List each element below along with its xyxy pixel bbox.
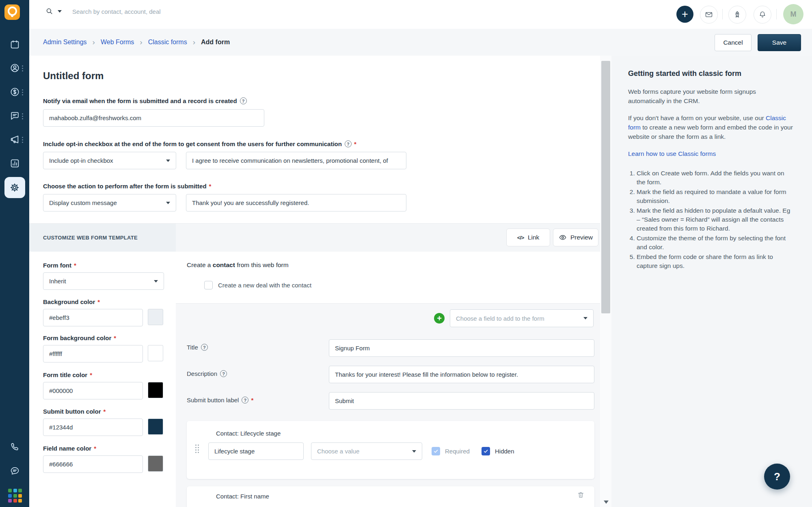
drag-handle-icon[interactable] xyxy=(195,444,199,453)
gear-icon xyxy=(10,183,19,192)
form-background-color-input[interactable] xyxy=(43,345,143,362)
sidebar-item-conversations[interactable] xyxy=(10,111,20,121)
notifications-button[interactable] xyxy=(754,6,771,24)
user-avatar[interactable]: M xyxy=(783,4,803,24)
submit-button-color-swatch[interactable] xyxy=(148,419,163,435)
quick-add-button[interactable]: + xyxy=(676,6,693,23)
sidebar-item-contacts[interactable] xyxy=(10,63,20,73)
sidebar-item-deals[interactable] xyxy=(10,87,20,97)
title-row-label: Title xyxy=(187,344,208,351)
title-input[interactable] xyxy=(329,339,594,357)
chevron-right-icon xyxy=(140,38,142,47)
campaigns-menu-kebab-icon[interactable] xyxy=(22,137,23,143)
required-checkbox[interactable] xyxy=(432,447,440,455)
scrollbar-thumb[interactable] xyxy=(601,61,610,313)
delete-field-button[interactable] xyxy=(577,491,585,499)
add-field-plus-icon[interactable]: + xyxy=(434,313,445,324)
topbar-divider xyxy=(776,9,777,19)
help-fab-button[interactable]: ? xyxy=(764,464,790,490)
help-tooltip-icon[interactable] xyxy=(345,140,352,147)
check-icon xyxy=(433,449,439,454)
trash-icon xyxy=(577,491,585,499)
sidebar-item-calendar[interactable] xyxy=(10,39,20,50)
optin-select[interactable]: Include opt-in checkbox xyxy=(43,152,176,169)
phone-icon xyxy=(10,442,20,452)
form-font-select[interactable]: Inherit xyxy=(43,272,164,290)
submit-button-color-input[interactable] xyxy=(43,419,143,436)
link-button[interactable]: </> Link xyxy=(506,229,550,246)
required-asterisk xyxy=(95,298,100,305)
help-tooltip-icon[interactable] xyxy=(240,97,247,104)
breadcrumb-admin-settings[interactable]: Admin Settings xyxy=(43,39,87,46)
description-row-label: Description xyxy=(187,370,227,377)
optin-label: Include opt-in checkbox at the end of th… xyxy=(43,140,356,147)
submit-label-input[interactable] xyxy=(329,392,594,410)
deals-dollar-icon xyxy=(10,87,20,97)
chat-bubble-icon xyxy=(10,466,20,476)
search-scope-caret-icon[interactable] xyxy=(58,10,62,13)
whats-new-button[interactable] xyxy=(728,6,746,24)
contacts-menu-kebab-icon[interactable] xyxy=(22,65,23,71)
breadcrumb-bar: Admin Settings Web Forms Classic forms A… xyxy=(29,29,812,56)
field-name-input[interactable] xyxy=(208,442,304,460)
notify-email-input[interactable] xyxy=(43,109,264,127)
submit-button-color-label: Submit button color xyxy=(43,408,106,415)
field-name-color-input[interactable] xyxy=(43,455,143,473)
help-tooltip-icon[interactable] xyxy=(242,397,248,403)
hidden-checkbox[interactable] xyxy=(482,447,490,455)
add-field-select[interactable]: Choose a field to add to the form xyxy=(450,309,594,327)
form-background-color-swatch[interactable] xyxy=(148,345,163,361)
search-input[interactable] xyxy=(71,8,244,15)
help-step: Mark the field as hidden to populate a d… xyxy=(637,206,793,233)
app-window: + M Admin Settings Web Forms Classic for… xyxy=(0,0,812,507)
chevron-down-icon xyxy=(412,450,416,453)
background-color-input[interactable] xyxy=(43,309,143,326)
sidebar-item-chat[interactable] xyxy=(10,466,20,476)
topbar-divider xyxy=(722,9,723,19)
cancel-button[interactable]: Cancel xyxy=(715,34,752,51)
save-button[interactable]: Save xyxy=(758,34,801,51)
freshworks-logo[interactable] xyxy=(4,4,20,20)
description-input[interactable] xyxy=(329,366,594,383)
sidebar-item-analytics[interactable] xyxy=(10,158,20,168)
optin-text-input[interactable] xyxy=(186,152,406,169)
sidebar-item-phone[interactable] xyxy=(10,442,20,452)
form-builder: Create a contact from this web form Crea… xyxy=(176,252,600,507)
field-value-select[interactable]: Choose a value xyxy=(311,442,422,460)
field-name-color-swatch[interactable] xyxy=(148,455,163,472)
help-tooltip-icon[interactable] xyxy=(201,344,208,351)
help-tooltip-icon[interactable] xyxy=(220,370,227,377)
field-card-title: Contact: Lifecycle stage xyxy=(216,430,281,437)
logo-dot-icon xyxy=(11,15,13,17)
code-icon: </> xyxy=(517,235,524,241)
learn-classic-forms-link[interactable]: Learn how to use Classic forms xyxy=(628,150,716,157)
main-scrollbar[interactable] xyxy=(600,56,611,507)
required-asterisk xyxy=(101,408,106,415)
create-contact-heading: Create a contact from this web form xyxy=(187,261,289,269)
scroll-down-arrow-icon[interactable] xyxy=(604,501,609,504)
search-icon[interactable] xyxy=(45,7,54,15)
breadcrumb-web-forms[interactable]: Web Forms xyxy=(101,39,134,46)
after-submit-action-label: Choose the action to perform after the f… xyxy=(43,183,211,190)
required-asterisk xyxy=(111,334,116,341)
preview-button[interactable]: Preview xyxy=(553,229,598,246)
chevron-right-icon xyxy=(193,38,195,47)
form-title-color-input[interactable] xyxy=(43,382,143,399)
required-asterisk xyxy=(87,371,92,378)
sidebar-item-settings-active[interactable] xyxy=(4,177,25,198)
customize-band-left: CUSTOMIZE WEB FORM TEMPLATE xyxy=(29,224,176,252)
custom-message-input[interactable] xyxy=(186,194,406,211)
form-title-color-swatch[interactable] xyxy=(148,382,163,398)
after-submit-action-select[interactable]: Display custom message xyxy=(43,194,176,211)
app-switcher-icon[interactable] xyxy=(8,489,22,503)
help-panel-title: Getting started with classic form xyxy=(628,69,793,78)
background-color-swatch[interactable] xyxy=(148,309,163,325)
conversations-menu-kebab-icon[interactable] xyxy=(22,113,23,119)
deals-menu-kebab-icon[interactable] xyxy=(22,89,23,95)
form-title: Untitled form xyxy=(43,70,104,82)
hidden-checkbox-label: Hidden xyxy=(495,448,514,455)
sidebar-item-campaigns[interactable] xyxy=(10,134,20,145)
breadcrumb-classic-forms[interactable]: Classic forms xyxy=(148,39,187,46)
create-deal-checkbox[interactable] xyxy=(204,281,213,289)
email-button[interactable] xyxy=(700,6,718,24)
